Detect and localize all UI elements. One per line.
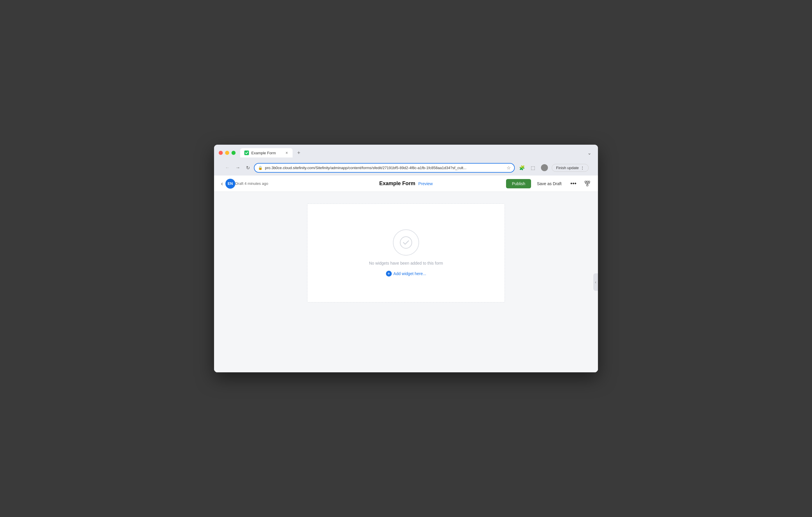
form-title-area: Example Form Preview xyxy=(379,181,433,187)
address-bar: ← → ↻ 🔒 pro.3b0ce.cloud.sitefinity.com/S… xyxy=(219,160,593,175)
chevron-down-icon: ⌄ xyxy=(587,150,591,156)
extensions-button[interactable]: 🧩 xyxy=(517,164,527,172)
main-canvas: No widgets have been added to this form … xyxy=(214,192,598,372)
close-button[interactable] xyxy=(219,151,223,155)
new-tab-button[interactable]: + xyxy=(295,149,303,157)
panel-resize-handle[interactable] xyxy=(593,273,598,291)
form-title: Example Form xyxy=(379,181,415,187)
publish-button[interactable]: Publish xyxy=(506,179,531,188)
lock-icon: 🔒 xyxy=(258,166,263,170)
svg-rect-0 xyxy=(585,181,586,183)
save-draft-button[interactable]: Save as Draft xyxy=(533,179,565,188)
more-options-button[interactable]: ••• xyxy=(568,179,579,189)
finish-update-button[interactable]: Finish update ⋮ xyxy=(552,164,589,172)
user-avatar: EN xyxy=(225,179,235,189)
back-nav-button[interactable]: ← xyxy=(223,164,232,171)
url-display: pro.3b0ce.cloud.sitefinity.com/Sitefinit… xyxy=(265,166,504,170)
puzzle-icon: 🧩 xyxy=(519,165,525,170)
reload-button[interactable]: ↻ xyxy=(244,164,252,172)
browser-window: Example Form × + ⌄ ← → ↻ 🔒 pro. xyxy=(214,145,598,372)
maximize-button[interactable] xyxy=(232,151,236,155)
active-tab[interactable]: Example Form × xyxy=(240,148,293,158)
user-avatar-icon xyxy=(541,164,548,171)
app-toolbar: ‹ EN Draft 4 minutes ago Example Form Pr… xyxy=(214,175,598,192)
toolbar-right-actions: Publish Save as Draft ••• xyxy=(506,179,593,189)
title-bar-top: Example Form × + ⌄ xyxy=(219,148,593,158)
app-back-button[interactable]: ‹ xyxy=(219,179,225,188)
address-bar-input[interactable]: 🔒 pro.3b0ce.cloud.sitefinity.com/Sitefin… xyxy=(254,163,515,173)
back-arrow-icon: ← xyxy=(225,165,230,170)
svg-rect-2 xyxy=(588,181,590,183)
back-chevron-icon: ‹ xyxy=(221,180,223,187)
add-widget-label: Add widget here... xyxy=(394,271,426,276)
cast-icon: ⬚ xyxy=(531,165,535,170)
minimize-button[interactable] xyxy=(225,151,229,155)
svg-rect-1 xyxy=(587,181,588,183)
forward-arrow-icon: → xyxy=(236,165,240,170)
bookmark-icon: ☆ xyxy=(506,165,511,170)
finish-update-label: Finish update xyxy=(556,166,579,170)
title-bar: Example Form × + ⌄ ← → ↻ 🔒 pro. xyxy=(214,145,598,175)
svg-point-9 xyxy=(400,237,412,248)
browser-actions: 🧩 ⬚ Finish update ⋮ xyxy=(517,163,589,173)
form-drop-zone: No widgets have been added to this form … xyxy=(307,203,505,302)
empty-state-icon xyxy=(393,229,419,255)
tab-title: Example Form xyxy=(251,151,283,155)
more-options-icon: ⋮ xyxy=(580,166,584,170)
tab-close-button[interactable]: × xyxy=(285,151,289,155)
tab-bar: Example Form × + xyxy=(240,148,303,158)
cast-button[interactable]: ⬚ xyxy=(529,164,537,172)
checkmark-circle-icon xyxy=(400,236,412,249)
forward-nav-button[interactable]: → xyxy=(234,164,242,171)
window-controls xyxy=(219,151,236,155)
plus-icon: + xyxy=(386,271,392,276)
preview-link[interactable]: Preview xyxy=(418,181,433,186)
browser-menu-button[interactable]: ⌄ xyxy=(585,149,593,157)
sitemap-icon xyxy=(585,181,590,187)
svg-rect-3 xyxy=(587,185,588,186)
empty-state-message: No widgets have been added to this form xyxy=(369,261,443,266)
reload-icon: ↻ xyxy=(246,165,250,170)
tab-favicon xyxy=(244,151,249,155)
app-content: ‹ EN Draft 4 minutes ago Example Form Pr… xyxy=(214,175,598,372)
add-widget-link[interactable]: + Add widget here... xyxy=(386,271,426,276)
draft-status: Draft 4 minutes ago xyxy=(235,181,506,186)
ellipsis-icon: ••• xyxy=(570,180,576,187)
profile-button[interactable] xyxy=(539,163,550,173)
sitemap-button[interactable] xyxy=(582,179,593,188)
